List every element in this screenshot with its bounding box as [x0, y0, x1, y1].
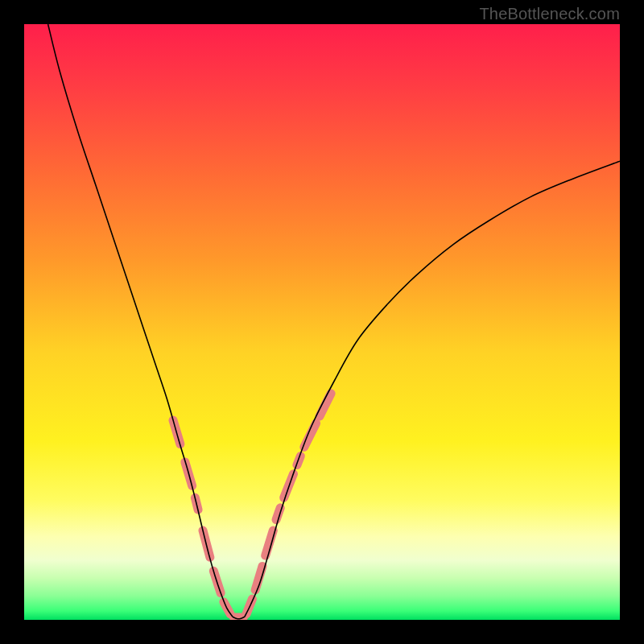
- curve-layer: [24, 24, 620, 620]
- highlight-segment: [304, 423, 316, 448]
- watermark-text: TheBottleneck.com: [479, 5, 620, 23]
- plot-area: [24, 24, 620, 620]
- chart-frame: TheBottleneck.com: [0, 0, 644, 644]
- curve-right-branch: [245, 161, 620, 617]
